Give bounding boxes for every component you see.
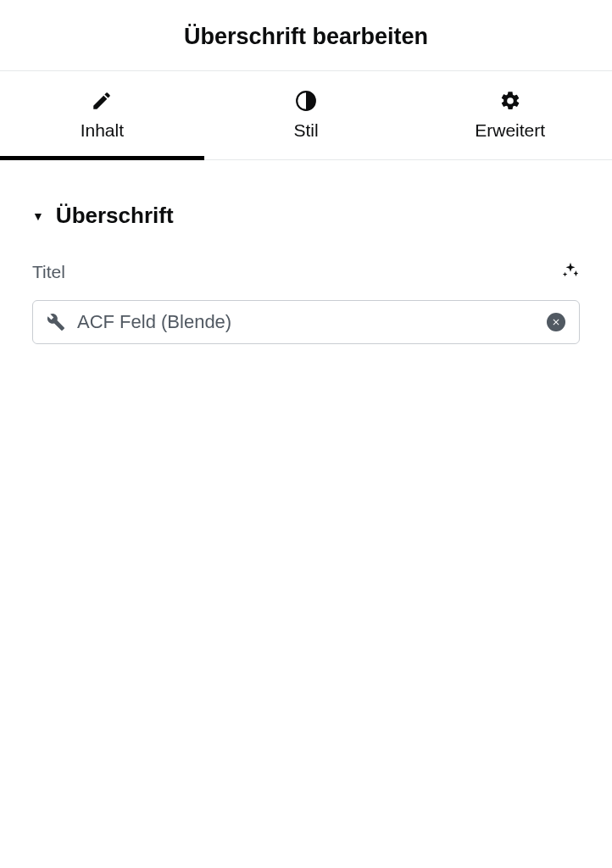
title-control-row: Titel (32, 261, 580, 283)
tab-content-label: Inhalt (81, 120, 124, 141)
close-icon (551, 317, 561, 327)
section-title: Überschrift (56, 203, 174, 229)
section-heading-toggle[interactable]: ▼ Überschrift (32, 203, 580, 229)
ai-action[interactable] (561, 261, 580, 283)
tab-content[interactable]: Inhalt (0, 71, 204, 160)
tab-style[interactable]: Stil (204, 71, 409, 159)
tab-advanced[interactable]: Erweitert (408, 71, 612, 159)
panel-header: Überschrift bearbeiten (0, 0, 612, 70)
tab-advanced-label: Erweitert (475, 120, 545, 141)
dynamic-value: ACF Feld (Blende) (77, 311, 535, 333)
wrench-icon (47, 313, 65, 331)
title-dynamic-input[interactable]: ACF Feld (Blende) (32, 300, 580, 344)
clear-dynamic-button[interactable] (547, 313, 565, 331)
tab-style-label: Stil (293, 120, 318, 141)
panel-title: Überschrift bearbeiten (0, 24, 612, 50)
panel-body: ▼ Überschrift Titel ACF Feld (Blende) ▼ (0, 160, 612, 344)
circle-half-icon (295, 90, 317, 112)
title-label: Titel (32, 262, 65, 282)
gear-icon (499, 90, 521, 112)
caret-down-icon: ▼ (32, 209, 44, 223)
sparkles-icon (561, 261, 580, 280)
tabs: Inhalt Stil Erweitert (0, 70, 612, 160)
pencil-icon (91, 90, 113, 112)
